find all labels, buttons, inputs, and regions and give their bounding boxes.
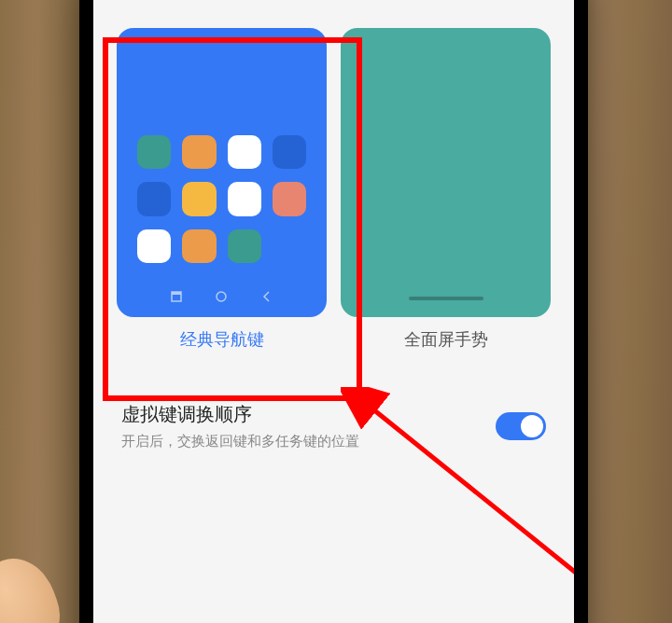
app-icon [182, 182, 216, 215]
setting-description: 开启后，交换返回键和多任务键的位置 [121, 433, 496, 450]
gesture-indicator [409, 297, 483, 300]
app-icon [273, 182, 306, 215]
status-time: 08:36 [117, 0, 169, 3]
gesture-nav-option[interactable]: 全面屏手势 [341, 28, 551, 351]
gesture-nav-label: 全面屏手势 [404, 328, 488, 351]
setting-text: 虚拟键调换顺序 开启后，交换返回键和多任务键的位置 [121, 402, 496, 450]
toggle-knob [521, 415, 543, 437]
app-icon [182, 229, 216, 263]
phone-frame: 08:36 [79, 0, 588, 623]
app-icon [137, 135, 171, 169]
swap-keys-setting: 虚拟键调换顺序 开启后，交换返回键和多任务键的位置 [93, 383, 574, 469]
app-icon [228, 135, 261, 169]
app-icon [137, 182, 171, 215]
svg-rect-1 [172, 292, 181, 295]
divider [93, 365, 574, 383]
app-icon [273, 135, 306, 169]
settings-content: 经典导航键 全面屏手势 虚拟键调换顺序 开启后，交换返回键和多任务键的位置 [93, 0, 574, 623]
recent-icon [170, 290, 183, 303]
classic-nav-label: 经典导航键 [180, 328, 264, 351]
app-icon [182, 135, 216, 169]
classic-nav-option[interactable]: 经典导航键 [117, 28, 327, 351]
swap-keys-toggle[interactable] [496, 412, 546, 440]
phone-screen: 08:36 [93, 0, 574, 623]
svg-point-2 [217, 292, 226, 301]
home-icon [215, 290, 228, 303]
setting-title: 虚拟键调换顺序 [121, 402, 496, 427]
app-icon [137, 229, 171, 263]
nav-bar [117, 290, 327, 303]
app-icon [228, 182, 261, 215]
back-icon [260, 290, 273, 303]
app-icon [228, 229, 261, 263]
app-grid [117, 135, 327, 263]
classic-nav-preview [117, 28, 327, 317]
navigation-style-options: 经典导航键 全面屏手势 [93, 14, 574, 365]
gesture-nav-preview [341, 28, 551, 317]
